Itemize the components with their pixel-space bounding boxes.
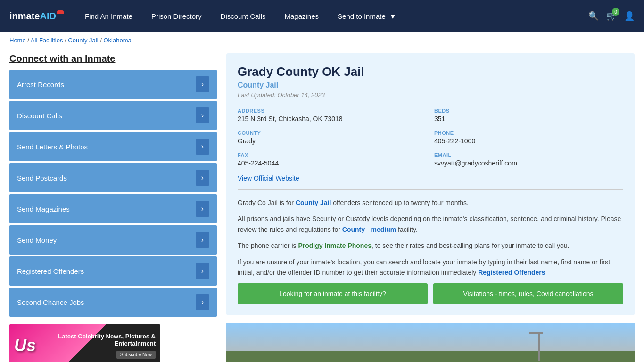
sidebar-item-discount-calls[interactable]: Discount Calls › [9,101,217,130]
cart-badge: 0 [612,8,619,16]
main-nav: Find An Inmate Prison Directory Discount… [85,12,574,20]
facility-last-updated: Last Updated: October 14, 2023 [238,91,623,99]
cart-icon[interactable]: 🛒 0 [606,11,617,21]
address-block: ADDRESS 215 N 3rd St, Chickasha, OK 7301… [238,108,427,123]
photo-sky [226,323,635,351]
facility-name: Grady County OK Jail [238,65,623,79]
breadcrumb-home[interactable]: Home [9,37,26,44]
breadcrumb-county-jail[interactable]: County Jail [68,37,98,44]
description-1: Grady Co Jail is for County Jail offende… [238,197,623,208]
advertisement-banner[interactable]: Us Latest Celebrity News, Pictures & Ent… [9,324,160,362]
dropdown-arrow-icon: ▼ [389,12,396,20]
sidebar-title: Connect with an Inmate [9,53,217,64]
county-value: Grady [238,137,427,145]
arrow-icon: › [196,263,209,279]
county-medium-link[interactable]: County - medium [342,226,396,233]
user-icon[interactable]: 👤 [624,11,635,21]
facility-photo [226,323,635,362]
description-3: The phone carrier is Prodigy Inmate Phon… [238,240,623,251]
prodigy-phones-link[interactable]: Prodigy Inmate Phones [298,242,372,249]
ad-logo: Us [14,336,36,355]
breadcrumb: Home / All Facilities / County Jail / Ok… [0,32,644,49]
main-content: Connect with an Inmate Arrest Records › … [0,49,644,362]
nav-prison-directory[interactable]: Prison Directory [151,12,202,20]
description-4: If you are unsure of your inmate's locat… [238,257,623,278]
email-block: EMAIL svvyatt@gradycosheriff.com [434,152,623,167]
breadcrumb-oklahoma[interactable]: Oklahoma [103,37,131,44]
breadcrumb-all-facilities[interactable]: All Facilities [31,37,63,44]
ad-subscribe-button[interactable]: Subscribe Now [116,351,156,359]
nav-send-to-inmate[interactable]: Send to Inmate ▼ [338,12,396,20]
sidebar-item-send-letters[interactable]: Send Letters & Photos › [9,132,217,161]
sidebar-item-send-postcards[interactable]: Send Postcards › [9,163,217,192]
arrow-icon: › [196,232,209,248]
arrow-icon: › [196,107,209,123]
arrow-icon: › [196,294,209,310]
facility-card: Grady County OK Jail County Jail Last Up… [226,53,635,315]
sidebar: Connect with an Inmate Arrest Records › … [9,53,217,362]
sidebar-item-send-money[interactable]: Send Money › [9,225,217,255]
looking-for-inmate-button[interactable]: Looking for an inmate at this facility? [238,283,428,304]
fax-value: 405-224-5044 [238,159,427,167]
arrow-icon: › [196,170,209,186]
phone-block: PHONE 405-222-1000 [434,130,623,145]
email-value: svvyatt@gradycosheriff.com [434,159,623,167]
arrow-icon: › [196,76,209,92]
phone-value: 405-222-1000 [434,137,623,145]
sidebar-item-send-magazines[interactable]: Send Magazines › [9,194,217,223]
photo-wires [226,351,635,351]
search-icon[interactable]: 🔍 [588,11,599,21]
divider [238,189,623,190]
site-logo[interactable]: inmateAID [9,11,71,22]
ad-content: Latest Celebrity News, Pictures & Entert… [36,333,156,359]
fax-block: FAX 405-224-5044 [238,152,427,167]
site-header: inmateAID Find An Inmate Prison Director… [0,0,644,32]
nav-find-inmate[interactable]: Find An Inmate [85,12,132,20]
address-value: 215 N 3rd St, Chickasha, OK 73018 [238,115,427,123]
county-jail-link[interactable]: County Jail [296,199,331,206]
registered-offenders-link[interactable]: Registered Offenders [478,269,545,276]
photo-ground [226,351,635,362]
content-area: Grady County OK Jail County Jail Last Up… [226,53,635,362]
county-block: COUNTY Grady [238,130,427,145]
official-website-link[interactable]: View Official Website [238,174,299,182]
action-buttons: Looking for an inmate at this facility? … [238,283,623,304]
visitations-button[interactable]: Visitations - times, rules, Covid cancel… [433,283,623,304]
sidebar-menu: Arrest Records › Discount Calls › Send L… [9,70,217,317]
arrow-icon: › [196,201,209,217]
beds-block: BEDS 351 [434,108,623,123]
nav-discount-calls[interactable]: Discount Calls [221,12,266,20]
arrow-icon: › [196,139,209,155]
beds-value: 351 [434,115,623,123]
facility-details: ADDRESS 215 N 3rd St, Chickasha, OK 7301… [238,108,623,167]
header-icons: 🔍 🛒 0 👤 [588,11,635,21]
facility-type: County Jail [238,81,623,90]
sidebar-item-arrest-records[interactable]: Arrest Records › [9,70,217,99]
description-2: All prisons and jails have Security or C… [238,214,623,235]
sidebar-item-registered-offenders[interactable]: Registered Offenders › [9,256,217,286]
sidebar-item-second-chance-jobs[interactable]: Second Chance Jobs › [9,288,217,317]
photo-pole [538,332,540,361]
nav-magazines[interactable]: Magazines [284,12,319,20]
